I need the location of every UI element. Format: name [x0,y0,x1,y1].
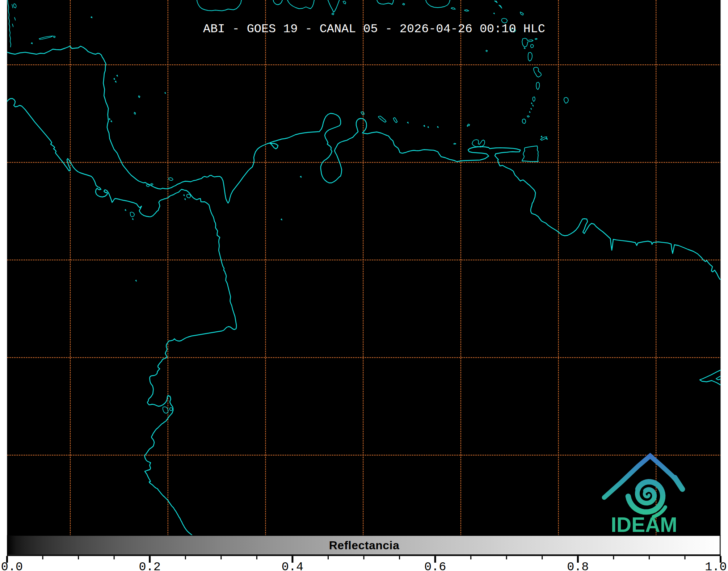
svg-text:0.0: 0.0 [1,560,23,571]
svg-text:0.4: 0.4 [282,560,303,571]
svg-text:0.8: 0.8 [567,560,589,571]
svg-text:0.6: 0.6 [424,560,446,571]
svg-text:IDEAM: IDEAM [611,513,677,536]
svg-text:1.0: 1.0 [705,560,727,571]
svg-text:Reflectancia: Reflectancia [329,539,400,552]
svg-text:0.2: 0.2 [139,560,161,571]
svg-text:ABI - GOES 19 - CANAL 05 - 202: ABI - GOES 19 - CANAL 05 - 2026-04-26 00… [203,22,545,36]
